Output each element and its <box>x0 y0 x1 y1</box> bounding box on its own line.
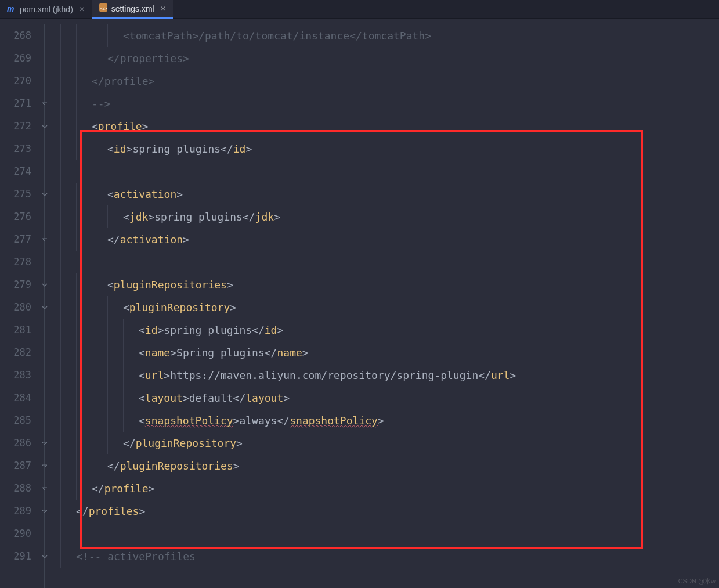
line-number: 277 <box>0 228 36 251</box>
code-line[interactable]: <pluginRepository> <box>60 296 719 319</box>
code-token: profile <box>104 482 149 495</box>
code-token: layout <box>245 392 283 404</box>
line-number: 273 <box>0 138 36 160</box>
tab-label: settings.xml <box>111 4 154 13</box>
code-token: < <box>139 392 145 404</box>
code-line[interactable] <box>60 522 719 545</box>
code-token: < <box>139 347 145 359</box>
code-line[interactable]: </profiles> <box>60 500 719 522</box>
code-token: </ <box>107 233 120 246</box>
fold-end-icon[interactable] <box>40 461 49 471</box>
code-line[interactable]: </profile> <box>60 70 719 92</box>
fold-end-icon[interactable] <box>40 235 49 244</box>
code-token: > <box>230 301 236 313</box>
code-line[interactable]: <snapshotPolicy>always</snapshotPolicy> <box>60 409 719 432</box>
code-token: > <box>164 369 170 381</box>
code-token: layout <box>145 392 183 404</box>
code-line[interactable]: </properties> <box>60 47 719 70</box>
fold-collapse-icon[interactable] <box>40 303 49 312</box>
code-token: jdk <box>255 211 274 223</box>
code-line[interactable]: <profile> <box>60 115 719 138</box>
code-token: > <box>283 392 290 404</box>
code-line[interactable]: <!-- activeProfiles <box>60 545 719 568</box>
line-number: 279 <box>0 273 36 296</box>
code-token: > <box>378 414 384 427</box>
code-line[interactable]: <name>Spring plugins</name> <box>60 341 719 364</box>
code-token: > <box>510 369 516 381</box>
code-line[interactable] <box>60 160 719 183</box>
line-number: 274 <box>0 160 36 183</box>
code-token: > <box>148 211 154 223</box>
line-number: 275 <box>0 183 36 205</box>
code-line[interactable]: </activation> <box>60 228 719 251</box>
code-token: </profile> <box>92 75 154 87</box>
code-token: </ <box>107 460 120 472</box>
code-line[interactable]: <jdk>spring plugins</jdk> <box>60 205 719 228</box>
line-number: 283 <box>0 364 36 387</box>
code-line[interactable]: <url>https://maven.aliyun.com/repository… <box>60 364 719 387</box>
code-token: </ <box>233 392 246 404</box>
code-line[interactable] <box>60 251 719 273</box>
code-token: activation <box>114 188 176 200</box>
code-editor[interactable]: 2682692702712722732742752762772782792802… <box>0 19 719 588</box>
code-token: spring plugins <box>132 143 221 155</box>
code-line[interactable]: </pluginRepository> <box>60 432 719 454</box>
line-number: 278 <box>0 251 36 273</box>
code-line[interactable]: <tomcatPath>/path/to/tomcat/instance</to… <box>60 24 719 47</box>
editor-tabs: m pom.xml (jkhd) ✕ </> settings.xml ✕ <box>0 0 719 19</box>
fold-end-icon[interactable] <box>40 484 49 493</box>
code-token: < <box>139 414 145 427</box>
fold-end-icon[interactable] <box>40 439 49 448</box>
code-line[interactable]: <layout>default</layout> <box>60 387 719 409</box>
code-token: spring plugins <box>154 211 243 223</box>
code-token: id <box>265 324 277 336</box>
code-token: > <box>277 324 283 336</box>
line-number: 271 <box>0 92 36 115</box>
line-number: 289 <box>0 500 36 522</box>
code-area[interactable]: <tomcatPath>/path/to/tomcat/instance</to… <box>60 19 719 588</box>
code-line[interactable]: <id>spring plugins</id> <box>60 138 719 160</box>
fold-column <box>36 19 60 588</box>
fold-collapse-icon[interactable] <box>40 122 49 131</box>
fold-end-icon[interactable] <box>40 99 49 109</box>
code-token: </ <box>478 369 491 381</box>
close-icon[interactable]: ✕ <box>160 5 166 13</box>
line-number: 280 <box>0 296 36 319</box>
code-line[interactable]: <id>spring plugins</id> <box>60 319 719 341</box>
line-number: 284 <box>0 387 36 409</box>
code-token: jdk <box>129 211 149 223</box>
code-line[interactable]: </profile> <box>60 477 719 500</box>
code-token: pluginRepository <box>136 437 236 449</box>
code-token: id <box>233 143 246 155</box>
code-line[interactable]: --> <box>60 92 719 115</box>
code-token: < <box>107 143 114 155</box>
code-token: < <box>107 279 114 291</box>
code-line[interactable]: <activation> <box>60 183 719 205</box>
code-token: < <box>107 188 114 200</box>
code-token: > <box>245 143 252 155</box>
line-number: 268 <box>0 24 36 47</box>
line-number: 276 <box>0 205 36 228</box>
fold-collapse-icon[interactable] <box>40 552 49 561</box>
tab-settings-xml[interactable]: </> settings.xml ✕ <box>92 0 173 19</box>
tab-pom-xml[interactable]: m pom.xml (jkhd) ✕ <box>0 0 92 19</box>
xml-file-icon: </> <box>99 3 108 14</box>
code-token: > <box>236 437 243 449</box>
code-token: > <box>233 414 240 427</box>
code-token: </ <box>277 414 290 427</box>
code-token: < <box>139 324 145 336</box>
code-token: < <box>92 120 98 132</box>
code-token: </ <box>252 324 265 336</box>
code-line[interactable]: </pluginRepositories> <box>60 454 719 477</box>
fold-collapse-icon[interactable] <box>40 280 49 290</box>
code-token: < <box>123 301 129 313</box>
code-token: always <box>239 414 277 427</box>
svg-text:m: m <box>7 4 14 13</box>
code-line[interactable]: <pluginRepositories> <box>60 273 719 296</box>
code-token: </ <box>123 437 136 449</box>
fold-end-icon[interactable] <box>40 507 49 516</box>
code-token: > <box>139 505 145 517</box>
code-token: Spring plugins <box>176 347 265 359</box>
fold-collapse-icon[interactable] <box>40 190 49 199</box>
close-icon[interactable]: ✕ <box>79 5 85 13</box>
